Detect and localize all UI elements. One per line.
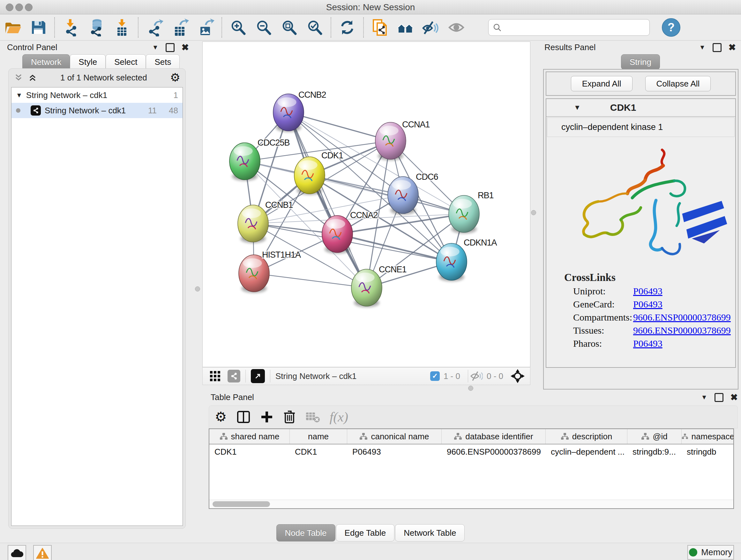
gene-section-collapse-icon[interactable]: ▼ [574,104,581,112]
node-CDKN1A [436,243,467,281]
tab-network[interactable]: Network [22,54,70,70]
right-splitter-handle[interactable] [531,210,536,215]
tab-style[interactable]: Style [70,54,106,70]
expand-all-networks-icon[interactable] [14,73,23,82]
table-horizontal-scrollbar[interactable] [209,500,733,508]
export-network-icon[interactable] [145,17,164,37]
cloud-status-button[interactable] [8,545,26,560]
import-table-icon[interactable] [112,17,132,37]
edge-HIST1H1A-CCNE1[interactable] [254,273,367,288]
table-cell[interactable]: cyclin–dependent ... [546,444,627,459]
crosslink-link[interactable]: P06493 [633,338,663,349]
birds-eye-view-icon[interactable] [510,369,525,383]
delete-column-icon[interactable] [283,410,296,424]
save-session-icon[interactable] [28,17,48,37]
node-CDK1 [294,157,325,195]
warnings-button[interactable] [33,545,52,560]
search-box[interactable] [488,19,650,36]
crosslink-row: Compartments:9606.ENSP00000378699 [573,312,735,323]
first-neighbors-icon[interactable] [395,17,415,37]
import-network-database-icon[interactable] [86,17,106,37]
results-panel-float-icon[interactable] [713,43,722,52]
column-header-database-identifier[interactable]: database identifier [442,429,546,444]
tab-node-table[interactable]: Node Table [276,524,335,542]
import-network-file-icon[interactable] [61,17,81,37]
search-input[interactable] [502,22,646,33]
crosslink-link[interactable]: 9606.ENSP00000378699 [633,325,731,336]
node-label-CDC6: CDC6 [416,172,438,182]
table-cell[interactable]: CDK1 [290,444,347,459]
table-panel: Table Panel ▼ ✖ ⚙ f(x) [202,390,741,530]
table-cell[interactable]: 9606.ENSP00000378699 [442,444,546,459]
crosslink-row: Uniprot:P06493 [573,286,735,297]
edge-CCNB2-CCNE1[interactable] [288,112,367,288]
column-header-canonical-name[interactable]: canonical name [347,429,442,444]
crosslink-link[interactable]: P06493 [633,299,663,310]
open-in-new-window-icon[interactable] [251,369,265,383]
table-options-gear-icon[interactable]: ⚙ [215,410,227,424]
left-splitter-handle[interactable] [195,287,200,292]
hide-selected-icon[interactable] [421,17,441,37]
duplicate-network-icon[interactable] [370,17,390,37]
table-cell[interactable]: P06493 [347,444,442,459]
control-panel-close-icon[interactable]: ✖ [182,42,189,53]
network-share-view-icon[interactable] [227,370,240,382]
table-panel-float-icon[interactable] [715,393,724,402]
crosslink-row: Pharos:P06493 [573,338,735,349]
crosslink-link[interactable]: P06493 [633,286,663,297]
collection-expand-icon[interactable]: ▼ [16,91,22,99]
expand-all-button[interactable]: Expand All [571,76,632,91]
zoom-in-icon[interactable] [228,17,248,37]
zoom-fit-icon[interactable] [279,17,299,37]
hidden-elements-icon[interactable] [470,371,483,381]
control-panel-collapse-icon[interactable]: ▼ [152,44,158,51]
table-panel-collapse-icon[interactable]: ▼ [701,394,708,401]
control-panel-tabs: Network Style Select Sets [22,54,180,70]
scrollbar-thumb[interactable] [212,501,270,507]
table-panel-close-icon[interactable]: ✖ [731,392,738,402]
column-header--id[interactable]: @id [627,429,682,444]
add-column-icon[interactable] [260,410,273,424]
tab-edge-table[interactable]: Edge Table [336,524,395,542]
results-panel: Results Panel ▼ ✖ String Expand All Coll… [540,42,741,389]
tab-sets[interactable]: Sets [146,54,180,70]
collapse-all-networks-icon[interactable] [28,73,37,82]
tab-select[interactable]: Select [106,54,146,70]
table-cell[interactable]: stringdb [682,444,734,459]
open-session-icon[interactable] [3,17,23,37]
grid-view-icon[interactable] [210,371,220,381]
refresh-icon[interactable] [337,17,357,37]
column-header-name[interactable]: name [290,429,347,444]
node-label-CDKN1A: CDKN1A [464,238,497,247]
export-image-icon[interactable] [196,17,215,37]
crosslinks-list: Uniprot:P06493GeneCard:P06493Compartment… [546,286,735,349]
help-button[interactable]: ? [662,18,680,37]
network-options-gear-icon[interactable]: ⚙ [170,72,180,83]
show-columns-icon[interactable] [237,410,251,424]
selected-elements-checkbox[interactable]: ✓ [430,371,440,381]
tab-network-table[interactable]: Network Table [395,524,465,542]
node-label-CCNB1: CCNB1 [265,200,293,210]
zoom-selected-icon[interactable] [305,17,325,37]
zoom-out-icon[interactable] [254,17,273,37]
column-header-namespace[interactable]: namespace [682,429,734,444]
crosslink-label: Tissues: [573,325,633,336]
table-cell[interactable]: stringdb:9... [627,444,682,459]
network-row[interactable]: String Network – cdk1 11 48 [11,103,183,118]
crosslink-link[interactable]: 9606.ENSP00000378699 [633,312,731,323]
results-panel-close-icon[interactable]: ✖ [729,42,736,53]
export-table-icon[interactable] [170,17,190,37]
table-cell[interactable]: CDK1 [209,444,290,459]
network-collection-row[interactable]: ▼ String Network – cdk1 1 [11,87,183,103]
toolbar-separator [138,17,138,38]
tab-string-results[interactable]: String [621,54,660,70]
column-header-shared-name[interactable]: shared name [209,429,290,444]
control-panel-float-icon[interactable] [165,43,175,52]
results-panel-collapse-icon[interactable]: ▼ [699,44,705,51]
column-header-description[interactable]: description [546,429,627,444]
gene-section-header[interactable]: ▼ CDK1 [546,99,735,117]
table-header-row: shared namenamecanonical namedatabase id… [209,429,733,444]
collapse-all-button[interactable]: Collapse All [645,76,711,91]
memory-button[interactable]: Memory [687,545,734,560]
network-view-canvas[interactable]: CCNB2CCNA1CDC25BCDK1CDC6RB1CCNB1CCNA2CDK… [202,42,530,367]
